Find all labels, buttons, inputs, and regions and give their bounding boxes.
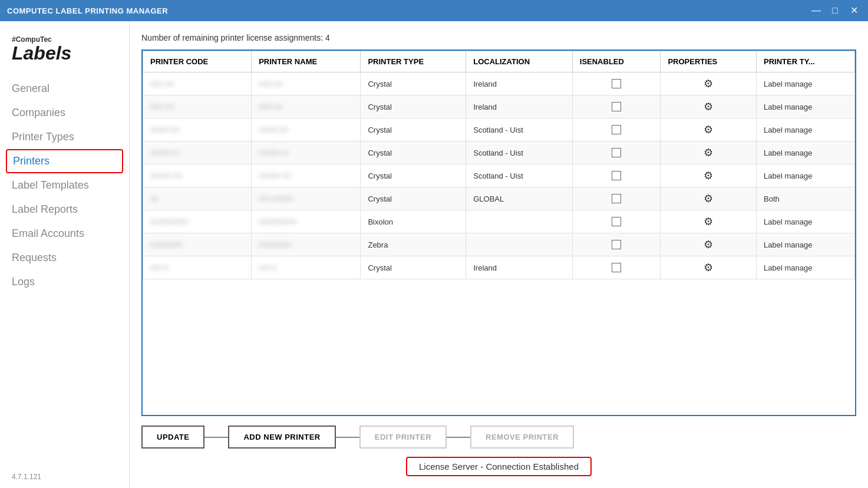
cell-name: •••• •• <box>252 256 361 279</box>
connector-1 <box>204 437 228 438</box>
close-button[interactable]: ✕ <box>847 4 861 18</box>
table-body: ••••• •••••••• •••CrystalIreland⚙Label m… <box>143 72 855 279</box>
cell-type: Crystal <box>361 118 466 141</box>
gear-icon[interactable]: ⚙ <box>704 169 713 182</box>
remove-printer-button[interactable]: REMOVE PRINTER <box>470 426 574 449</box>
cell-name: ••••• ••• <box>252 95 361 118</box>
sidebar-item-label-reports[interactable]: Label Reports <box>0 197 129 222</box>
status-bar: License Server - Connection Established <box>141 457 856 476</box>
printers-table-container[interactable]: PRINTER CODEPRINTER NAMEPRINTER TYPELOCA… <box>141 50 856 416</box>
window-controls: — □ ✕ <box>809 4 861 18</box>
gear-icon[interactable]: ⚙ <box>704 238 713 251</box>
cell-properties[interactable]: ⚙ <box>661 95 757 118</box>
cell-printer-type: Label manage <box>757 118 855 141</box>
nav: GeneralCompaniesPrinter TypesPrintersLab… <box>0 77 129 294</box>
cell-properties[interactable]: ⚙ <box>661 210 757 233</box>
sidebar: #CompuTec Labels GeneralCompaniesPrinter… <box>0 21 130 488</box>
gear-icon[interactable]: ⚙ <box>704 77 713 90</box>
sidebar-item-label-templates[interactable]: Label Templates <box>0 173 129 197</box>
checkbox[interactable] <box>612 125 621 134</box>
gear-icon[interactable]: ⚙ <box>704 261 713 274</box>
cell-properties[interactable]: ⚙ <box>661 164 757 187</box>
cell-properties[interactable]: ⚙ <box>661 72 757 95</box>
cell-localization: GLOBAL <box>466 187 573 210</box>
edit-printer-button[interactable]: EDIT PRINTER <box>359 426 447 449</box>
brand: #CompuTec Labels <box>0 31 129 77</box>
table-row[interactable]: •••••••• •••••••••• ••CrystalScotland - … <box>143 141 855 164</box>
table-row[interactable]: ••••• •••••••• •••CrystalIreland⚙Label m… <box>143 95 855 118</box>
sidebar-item-printers[interactable]: Printers <box>6 149 123 173</box>
cell-name: •••••••• ••• <box>252 164 361 187</box>
content-area: Number of remaining printer license assi… <box>130 21 868 488</box>
table-header-row: PRINTER CODEPRINTER NAMEPRINTER TYPELOCA… <box>143 51 855 72</box>
cell-isenabled[interactable] <box>572 95 661 118</box>
cell-name: •••••••• •• <box>252 141 361 164</box>
cell-isenabled[interactable] <box>572 233 661 256</box>
cell-properties[interactable]: ⚙ <box>661 187 757 210</box>
cell-type: Crystal <box>361 141 466 164</box>
checkbox[interactable] <box>612 148 621 157</box>
update-button[interactable]: UPDATE <box>141 426 204 449</box>
cell-properties[interactable]: ⚙ <box>661 141 757 164</box>
license-info: Number of remaining printer license assi… <box>141 33 856 42</box>
cell-localization <box>466 210 573 233</box>
cell-code: •••••••• •• <box>143 141 252 164</box>
table-row[interactable]: ••••••• •••••••••• •••CrystalScotland - … <box>143 118 855 141</box>
cell-type: Zebra <box>361 233 466 256</box>
checkbox[interactable] <box>612 194 621 203</box>
cell-isenabled[interactable] <box>572 141 661 164</box>
cell-code: •••••••• ••• <box>143 164 252 187</box>
sidebar-item-companies[interactable]: Companies <box>0 101 129 125</box>
table-row[interactable]: ••••••••••••••••••••••••Zebra⚙Label mana… <box>143 233 855 256</box>
cell-isenabled[interactable] <box>572 118 661 141</box>
sidebar-item-requests[interactable]: Requests <box>0 246 129 270</box>
connector-2 <box>336 437 359 438</box>
gear-icon[interactable]: ⚙ <box>704 146 713 159</box>
checkbox[interactable] <box>612 217 621 226</box>
cell-printer-type: Label manage <box>757 256 855 279</box>
cell-printer-type: Label manage <box>757 210 855 233</box>
add-new-printer-button[interactable]: ADD NEW PRINTER <box>228 426 335 449</box>
cell-printer-type: Label manage <box>757 233 855 256</box>
cell-isenabled[interactable] <box>572 256 661 279</box>
col-header-properties: PROPERTIES <box>661 51 757 72</box>
maximize-button[interactable]: □ <box>828 4 842 18</box>
sidebar-item-printer-types[interactable]: Printer Types <box>0 125 129 149</box>
minimize-button[interactable]: — <box>809 4 823 18</box>
brand-name: Labels <box>12 44 117 62</box>
sidebar-item-general[interactable]: General <box>0 77 129 101</box>
checkbox[interactable] <box>612 79 621 88</box>
gear-icon[interactable]: ⚙ <box>704 215 713 228</box>
sidebar-item-email-accounts[interactable]: Email Accounts <box>0 222 129 246</box>
connector-3 <box>447 437 470 438</box>
checkbox[interactable] <box>612 171 621 180</box>
gear-icon[interactable]: ⚙ <box>704 100 713 113</box>
cell-type: Crystal <box>361 164 466 187</box>
cell-localization: Scotland - Uist <box>466 141 573 164</box>
checkbox[interactable] <box>612 102 621 111</box>
cell-type: Crystal <box>361 187 466 210</box>
cell-properties[interactable]: ⚙ <box>661 233 757 256</box>
cell-name: •••••••••••••• <box>252 210 361 233</box>
table-row[interactable]: ••••••••••••••••••••••••••••Bixolon⚙Labe… <box>143 210 855 233</box>
table-row[interactable]: ••••••• ••••••••CrystalGLOBAL⚙Both <box>143 187 855 210</box>
cell-isenabled[interactable] <box>572 72 661 95</box>
checkbox[interactable] <box>612 240 621 249</box>
cell-type: Crystal <box>361 95 466 118</box>
cell-isenabled[interactable] <box>572 187 661 210</box>
col-header-printer-name: PRINTER NAME <box>252 51 361 72</box>
cell-properties[interactable]: ⚙ <box>661 118 757 141</box>
title-bar: COMPUTEC LABEL PRINTING MANAGER — □ ✕ <box>0 0 868 21</box>
table-row[interactable]: ••••• •••••••• •••CrystalIreland⚙Label m… <box>143 72 855 95</box>
checkbox[interactable] <box>612 263 621 272</box>
cell-isenabled[interactable] <box>572 210 661 233</box>
sidebar-item-logs[interactable]: Logs <box>0 270 129 294</box>
gear-icon[interactable]: ⚙ <box>704 123 713 136</box>
cell-properties[interactable]: ⚙ <box>661 256 757 279</box>
gear-icon[interactable]: ⚙ <box>704 192 713 205</box>
cell-printer-type: Label manage <box>757 72 855 95</box>
cell-code: •••••••••••• <box>143 233 252 256</box>
table-row[interactable]: •••••••• ••••••••••• •••CrystalScotland … <box>143 164 855 187</box>
table-row[interactable]: •••• •••••• ••CrystalIreland⚙Label manag… <box>143 256 855 279</box>
cell-isenabled[interactable] <box>572 164 661 187</box>
